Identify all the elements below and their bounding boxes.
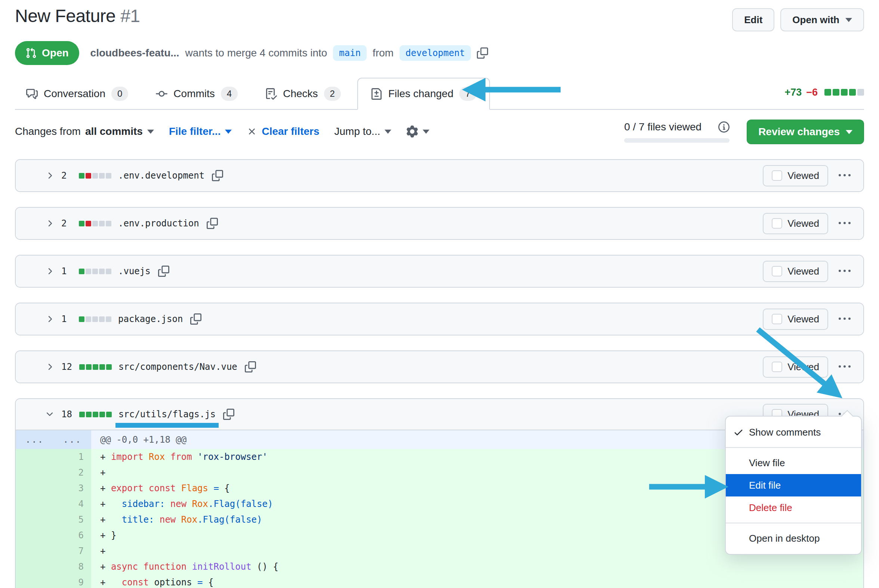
kebab-icon[interactable] bbox=[838, 313, 850, 325]
base-branch-label[interactable]: main bbox=[333, 45, 367, 61]
head-branch-label[interactable]: development bbox=[400, 45, 471, 61]
file-card: 1.vuejsViewed bbox=[15, 255, 864, 288]
viewed-checkbox[interactable] bbox=[772, 266, 782, 276]
chevron-down-icon bbox=[845, 18, 852, 22]
viewed-checkbox[interactable] bbox=[772, 170, 782, 181]
open-with-button[interactable]: Open with bbox=[780, 8, 864, 32]
menu-item-label: View file bbox=[749, 457, 785, 469]
gear-icon bbox=[406, 126, 418, 138]
viewed-toggle[interactable]: Viewed bbox=[763, 165, 828, 186]
file-card: 12src/components/Nav.vueViewed bbox=[15, 350, 864, 383]
clear-filters-button[interactable]: Clear filters bbox=[246, 126, 319, 138]
chevron-right-icon[interactable] bbox=[45, 266, 54, 276]
copy-icon[interactable] bbox=[245, 361, 256, 372]
review-changes-button[interactable]: Review changes bbox=[747, 120, 864, 144]
viewed-checkbox[interactable] bbox=[772, 218, 782, 229]
pr-header: New Feature #1 Edit Open with bbox=[15, 5, 864, 32]
edit-button[interactable]: Edit bbox=[732, 8, 774, 32]
chevron-right-icon[interactable] bbox=[45, 362, 54, 372]
hunk-gutter: ...... bbox=[16, 430, 91, 449]
kebab-icon[interactable] bbox=[838, 265, 850, 277]
diff-blocks bbox=[78, 173, 111, 178]
copy-icon[interactable] bbox=[223, 409, 234, 420]
chevron-down-icon bbox=[423, 130, 430, 134]
copy-icon[interactable] bbox=[158, 266, 169, 277]
tab-files-changed[interactable]: Files changed7 bbox=[357, 78, 490, 110]
file-info: 2.env.development bbox=[45, 170, 223, 181]
copy-icon[interactable] bbox=[207, 218, 218, 229]
file-header: 2.env.developmentViewed bbox=[16, 160, 863, 191]
diff-block bbox=[86, 412, 92, 417]
file-changes-count: 2 bbox=[61, 170, 72, 181]
viewed-label: Viewed bbox=[787, 170, 819, 182]
chevron-down-icon[interactable] bbox=[45, 410, 54, 419]
tab-label: Files changed bbox=[388, 88, 453, 100]
tab-label: Checks bbox=[283, 88, 318, 100]
viewed-checkbox[interactable] bbox=[772, 314, 782, 324]
chevron-right-icon[interactable] bbox=[45, 171, 54, 180]
viewed-toggle[interactable]: Viewed bbox=[763, 356, 828, 378]
diffstat-block bbox=[849, 89, 856, 96]
chevron-down-icon bbox=[846, 130, 852, 134]
expand-down-button[interactable]: ... bbox=[53, 435, 91, 445]
line-number[interactable]: 6 bbox=[16, 528, 91, 543]
check-icon bbox=[733, 427, 744, 438]
line-number[interactable]: 2 bbox=[16, 465, 91, 480]
diff-block bbox=[79, 221, 84, 226]
tab-conversation[interactable]: Conversation0 bbox=[15, 78, 140, 110]
copy-icon[interactable] bbox=[190, 314, 201, 325]
copy-icon[interactable] bbox=[212, 170, 223, 181]
menu-item-label: Open in desktop bbox=[749, 533, 820, 544]
menu-item-show-comments[interactable]: Show comments bbox=[726, 421, 861, 443]
line-number[interactable]: 9 bbox=[16, 574, 91, 588]
copy-branch-icon[interactable] bbox=[477, 48, 488, 58]
viewed-toggle[interactable]: Viewed bbox=[763, 213, 828, 234]
diffstat-block bbox=[825, 89, 831, 96]
line-number[interactable]: 3 bbox=[16, 480, 91, 496]
review-changes-label: Review changes bbox=[758, 126, 840, 138]
viewed-toggle[interactable]: Viewed bbox=[763, 261, 828, 282]
file-name[interactable]: src/utils/flags.js bbox=[119, 409, 216, 420]
diff-block bbox=[99, 364, 105, 370]
diff-block bbox=[106, 364, 112, 370]
author-name[interactable]: cloudbees-featu... bbox=[90, 47, 179, 59]
file-name[interactable]: src/components/Nav.vue bbox=[119, 362, 237, 372]
file-filter-dropdown[interactable]: File filter... bbox=[169, 126, 232, 138]
diff-settings-dropdown[interactable] bbox=[406, 126, 430, 138]
menu-item-delete-file[interactable]: Delete file bbox=[726, 496, 861, 519]
changes-from-dropdown[interactable]: Changes from all commits bbox=[15, 126, 154, 138]
chevron-right-icon[interactable] bbox=[45, 314, 54, 324]
menu-item-open-in-desktop[interactable]: Open in desktop bbox=[726, 527, 861, 549]
menu-item-edit-file[interactable]: Edit file bbox=[726, 474, 861, 496]
diff-block bbox=[93, 412, 98, 417]
tab-checks[interactable]: Checks2 bbox=[254, 78, 352, 110]
line-number[interactable]: 1 bbox=[16, 449, 91, 465]
file-name[interactable]: .vuejs bbox=[118, 266, 150, 276]
chevron-down-icon bbox=[385, 130, 391, 134]
line-number[interactable]: 5 bbox=[16, 512, 91, 528]
tab-commits[interactable]: Commits4 bbox=[145, 78, 249, 110]
expand-up-button[interactable]: ... bbox=[16, 435, 53, 445]
file-name[interactable]: .env.development bbox=[118, 170, 204, 181]
file-name[interactable]: .env.production bbox=[118, 218, 199, 229]
chevron-right-icon[interactable] bbox=[45, 219, 54, 228]
pr-title-text: New Feature bbox=[15, 6, 116, 26]
kebab-icon[interactable] bbox=[838, 218, 850, 230]
kebab-icon[interactable] bbox=[838, 361, 850, 373]
viewed-checkbox[interactable] bbox=[772, 362, 782, 372]
info-icon[interactable] bbox=[718, 122, 730, 133]
file-changes-count: 2 bbox=[61, 218, 72, 229]
line-number[interactable]: 8 bbox=[16, 559, 91, 574]
merge-text: wants to merge 4 commits into bbox=[185, 47, 328, 59]
viewed-toggle[interactable]: Viewed bbox=[763, 309, 828, 330]
file-name[interactable]: package.json bbox=[118, 314, 183, 324]
line-number[interactable]: 4 bbox=[16, 496, 91, 512]
kebab-icon[interactable] bbox=[838, 170, 850, 182]
menu-item-view-file[interactable]: View file bbox=[726, 452, 861, 474]
jump-to-dropdown[interactable]: Jump to... bbox=[335, 126, 392, 138]
file-info: 18src/utils/flags.js bbox=[45, 409, 234, 420]
jump-to-label: Jump to... bbox=[335, 126, 380, 138]
line-number[interactable]: 7 bbox=[16, 543, 91, 559]
deletions-count: −6 bbox=[806, 87, 818, 98]
clear-filters-label: Clear filters bbox=[261, 126, 319, 138]
